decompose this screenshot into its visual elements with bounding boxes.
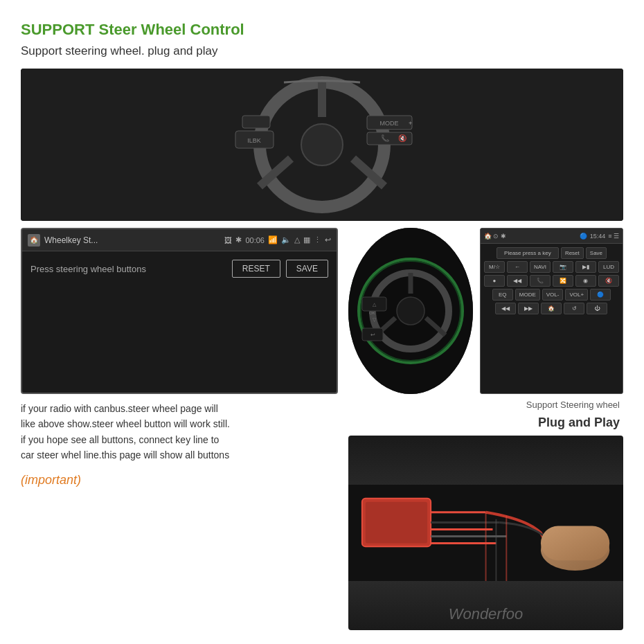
wkm-cell-mstar: M/☆: [484, 261, 505, 273]
desc-line4: car steer whel line.this page will show …: [21, 447, 338, 463]
wk-back-icon: ↩: [325, 235, 331, 244]
title-bold: SUPPORT: [21, 21, 94, 38]
wkm-menu: ≡ ☰: [608, 233, 619, 240]
wkm-cell-phone: 📞: [530, 275, 551, 287]
wk-bt-icon: ✱: [235, 235, 242, 244]
wkm-press-text: Please press a key: [497, 247, 559, 259]
wkm-row1: M/☆ ← NAVI 📷 ▶▮ LUD: [484, 261, 619, 273]
wkm-cell-home: 🏠: [541, 303, 562, 314]
wkm-cell-dot: ●: [484, 275, 505, 287]
wkm-save-btn[interactable]: Save: [586, 247, 607, 259]
wiring-svg: [348, 436, 623, 630]
main-title: SUPPORT Steer Wheel Control: [21, 21, 623, 39]
left-description: if your radio with canbus.steer wheel pa…: [21, 401, 338, 463]
wk-content: Press steering wheel buttons RESET SAVE: [22, 251, 337, 286]
bottom-section: 🏠 Wheelkey St... 🖼 ✱ 00:06 📶 🔈 △ ▦ ⋮ ↩: [21, 228, 623, 630]
svg-text:🔇: 🔇: [398, 134, 407, 143]
wk-screen-icon: ▦: [303, 235, 310, 244]
wkm-topbar: 🏠 ⊙ ✱ 🔵 15:44 ≡ ☰: [481, 229, 623, 244]
steering-small: △ OK ▽ ↩: [348, 228, 473, 394]
home-icon: 🏠: [28, 234, 40, 247]
right-top: △ OK ▽ ↩ 🏠 ⊙ ✱ 🔵 15:44 ≡: [348, 228, 623, 394]
desc-line2: like above show.steer wheel button will …: [21, 416, 338, 431]
wkm-row4: ◀◀ ▶▶ 🏠 ↺ ⏻: [484, 303, 619, 314]
svg-text:↩: ↩: [370, 332, 375, 338]
reset-button[interactable]: RESET: [232, 260, 280, 278]
svg-text:+: +: [409, 120, 412, 127]
svg-text:MODE: MODE: [380, 120, 399, 127]
wkm-cell-back: ←: [507, 261, 528, 273]
wkm-cell-volm: VOL-: [542, 289, 564, 301]
wkm-cell-mode: MODE: [515, 289, 540, 301]
wkm-cell-navi: NAVI: [530, 261, 551, 273]
wk-menu-icon: ⋮: [314, 235, 321, 244]
wkm-cell-eq: EQ: [492, 289, 513, 301]
desc-line1: if your radio with canbus.steer wheel pa…: [21, 401, 338, 416]
wkm-content: Please press a key Reset Save M/☆ ← NAVI…: [481, 244, 623, 320]
press-text: Press steering wheel buttons: [30, 264, 146, 274]
wk-vol-icon: 🔈: [281, 235, 291, 244]
steering-wheel-image: ILBK MODE + - 📞 🔇: [21, 69, 623, 221]
save-button[interactable]: SAVE: [286, 260, 328, 278]
left-panel: 🏠 Wheelkey St... 🖼 ✱ 00:06 📶 🔈 △ ▦ ⋮ ↩: [21, 228, 338, 630]
header-section: SUPPORT Steer Wheel Control Support stee…: [21, 21, 623, 62]
wkm-home: 🏠 ⊙ ✱: [484, 233, 506, 240]
wkm-cell-circle: ◉: [575, 275, 596, 287]
wk-image-icon: 🖼: [224, 236, 232, 244]
wk-icons: 🖼 ✱ 00:06 📶 🔈 △ ▦ ⋮ ↩: [224, 235, 331, 244]
important-text: (important): [21, 473, 338, 488]
wkm-cell-power: ⏻: [587, 303, 607, 314]
wkm-cell-bt: 🔵: [590, 289, 611, 301]
subtitle: Support steering wheel. plug and play: [21, 44, 623, 58]
wk-title: Wheelkey St...: [44, 235, 220, 245]
wkm-cell-next: ▶▶: [518, 303, 539, 314]
wk-time: 00:06: [245, 236, 265, 244]
page-wrapper: SUPPORT Steer Wheel Control Support stee…: [0, 0, 644, 644]
svg-text:ILBK: ILBK: [247, 137, 261, 144]
wkm-cell-prev: ◀◀: [495, 303, 516, 314]
wkm-cell-shuffle: 🔀: [553, 275, 573, 287]
wiring-image: Wonderfoo: [348, 436, 623, 630]
svg-point-5: [301, 124, 343, 166]
watermark: Wonderfoo: [449, 605, 524, 623]
svg-text:OK: OK: [369, 311, 375, 315]
wheelkey-mini-screen: 🏠 ⊙ ✱ 🔵 15:44 ≡ ☰ Please press a key Res…: [480, 228, 623, 394]
wkm-cell-reload: ↺: [564, 303, 584, 314]
wkm-row3: EQ MODE VOL- VOL+ 🔵: [484, 289, 619, 301]
title-rest: Steer Wheel Control: [94, 21, 244, 38]
wkm-row2: ● ◀◀ 📞 🔀 ◉ 🔇: [484, 275, 619, 287]
wkm-cell-mute: 🔇: [598, 275, 619, 287]
wk-wifi-icon: 📶: [268, 235, 278, 244]
svg-point-23: [397, 297, 424, 325]
wkm-cell-rew: ◀◀: [507, 275, 528, 287]
right-plug-play: Plug and Play: [348, 415, 623, 430]
wkm-cell-cam: 📷: [553, 261, 573, 273]
svg-rect-32: [366, 502, 427, 544]
steering-wheel-svg: ILBK MODE + - 📞 🔇: [21, 69, 623, 221]
wheelkey-screen: 🏠 Wheelkey St... 🖼 ✱ 00:06 📶 🔈 △ ▦ ⋮ ↩: [21, 228, 338, 394]
svg-rect-8: [242, 116, 270, 128]
wkm-reset-btn[interactable]: Reset: [561, 247, 584, 259]
desc-line3: if you hope see all buttons, connect key…: [21, 432, 338, 447]
svg-rect-39: [541, 526, 609, 561]
wkm-cell-volp: VOL+: [565, 289, 588, 301]
wk-tri-icon: △: [294, 235, 300, 244]
wkm-bt: 🔵: [580, 233, 587, 240]
wkm-time: 15:44: [590, 233, 606, 240]
wkm-cell-play: ▶▮: [575, 261, 596, 273]
wkm-cell-lud: LUD: [598, 261, 619, 273]
wkm-press-row: Please press a key Reset Save: [484, 247, 619, 259]
wk-buttons: RESET SAVE: [232, 260, 328, 278]
right-support-text: Support Steering wheel: [348, 400, 623, 410]
svg-text:📞: 📞: [381, 134, 390, 143]
wk-topbar: 🏠 Wheelkey St... 🖼 ✱ 00:06 📶 🔈 △ ▦ ⋮ ↩: [22, 229, 337, 251]
small-sw-svg: △ OK ▽ ↩: [348, 228, 473, 394]
right-panel: △ OK ▽ ↩ 🏠 ⊙ ✱ 🔵 15:44 ≡: [348, 228, 623, 630]
